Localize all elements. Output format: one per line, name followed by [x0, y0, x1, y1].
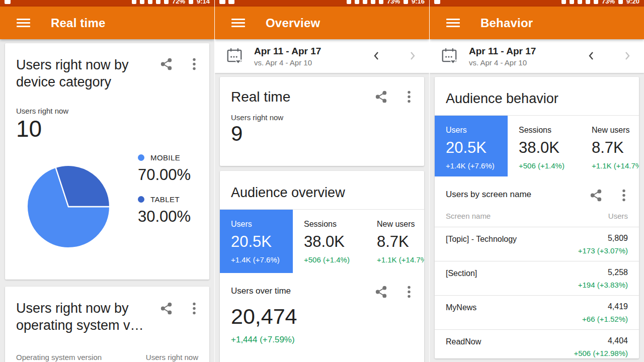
metric-label: Users right now [231, 113, 413, 122]
row-delta: +66 (+1.52%) [582, 315, 628, 323]
users-total: 20,474 [231, 304, 413, 329]
date-range-bar[interactable]: Apr 11 - Apr 17 vs. Apr 4 - Apr 10 [215, 39, 429, 73]
menu-icon[interactable] [17, 19, 30, 27]
scorecard-tabs: Users 20.5K +1.4K (+7.6%) Sessions 38.0K… [435, 115, 639, 176]
tab-sessions[interactable]: Sessions 38.0K +506 (+1.4%) [293, 210, 366, 273]
tab-delta: +506 (+1.4%) [304, 255, 366, 264]
tab-label: New users [377, 220, 424, 229]
vibrate-icon [347, 0, 351, 4]
panel-real-time: 72% 9:14 Real time Users [0, 0, 214, 362]
signal-icon [164, 0, 169, 4]
tab-delta: +1.1K (+14.7%) [592, 161, 639, 170]
tab-value: 8.7K [592, 139, 639, 157]
nfc-icon [355, 0, 359, 4]
panel-overview: 73% 9:16 Overview Apr 11 - Apr 17 vs. Ap… [215, 0, 429, 362]
column-header-screen-name: Screen name [446, 212, 491, 220]
metric-value: 10 [16, 115, 198, 142]
legend-value: 70.00% [138, 166, 191, 184]
share-icon[interactable] [374, 90, 388, 104]
card-title: Audience overview [220, 171, 424, 209]
notification-icons [434, 0, 440, 4]
alarm-icon [148, 0, 152, 4]
legend-value: 30.00% [138, 208, 191, 226]
share-icon[interactable] [374, 285, 388, 299]
notification-icons [219, 0, 234, 4]
date-range-comparison: vs. Apr 4 - Apr 10 [254, 58, 321, 67]
table-row[interactable]: ReadNow 4,404 +506 (+12.98%) [435, 330, 639, 358]
kebab-menu-icon[interactable] [622, 189, 626, 202]
menu-icon[interactable] [231, 19, 245, 27]
tab-value: 38.0K [304, 233, 366, 251]
tablet-legend-dot [138, 196, 144, 203]
card-title: Audience behavior [435, 77, 639, 115]
battery-icon [618, 0, 623, 4]
status-bar: 72% 9:14 [0, 0, 214, 7]
row-name: MyNews [446, 302, 476, 323]
table-row[interactable]: [Topic] - Technology 5,809 +173 (+3.07%) [435, 227, 639, 261]
date-range-primary: Apr 11 - Apr 17 [254, 46, 321, 57]
app-bar: Behavior [430, 7, 644, 39]
os-version-card: Users right now by operating system v… O… [5, 287, 209, 362]
wifi-icon [156, 0, 160, 4]
calendar-icon[interactable] [441, 47, 458, 65]
table-row[interactable]: [Section] 5,258 +194 (+3.83%) [435, 261, 639, 296]
date-range-bar[interactable]: Apr 11 - Apr 17 vs. Apr 4 - Apr 10 [430, 39, 644, 73]
status-time: 9:14 [197, 0, 210, 5]
row-name: [Topic] - Technology [446, 234, 517, 255]
battery-icon [189, 0, 193, 4]
menu-icon[interactable] [446, 19, 460, 27]
tab-value: 8.7K [377, 233, 424, 251]
row-name: ReadNow [446, 336, 481, 357]
calendar-icon[interactable] [226, 47, 243, 65]
column-header-users: Users [608, 212, 628, 220]
alarm-icon [363, 0, 367, 4]
scorecard-tabs: Users 20.5K +1.4K (+7.6%) Sessions 38.0K… [220, 209, 424, 273]
previous-period-chevron-icon[interactable] [369, 48, 385, 64]
status-bar: 73% 9:16 [215, 0, 429, 7]
legend-item-mobile: MOBILE 70.00% [138, 153, 191, 184]
battery-percent: 73% [387, 0, 400, 5]
location-icon [561, 0, 566, 4]
tab-new-users[interactable]: New users 8.7K +1.1K (+14.7%) [581, 116, 639, 176]
kebab-menu-icon[interactable] [192, 57, 196, 71]
next-period-chevron-icon[interactable] [404, 48, 420, 64]
wifi-icon [371, 0, 375, 4]
nfc-icon [140, 0, 144, 4]
kebab-menu-icon[interactable] [407, 285, 411, 299]
battery-icon [404, 0, 408, 4]
share-icon[interactable] [589, 189, 603, 202]
users-by-screen-name-section: Users by screen name [435, 176, 639, 200]
signal-icon [379, 0, 383, 4]
card-title: Users right now by operating system v… [16, 300, 155, 334]
tab-value: 20.5K [231, 233, 293, 251]
row-delta: +506 (+12.98%) [574, 349, 628, 357]
row-value: 5,258 [578, 268, 628, 277]
pie-chart [25, 163, 112, 250]
share-icon[interactable] [159, 302, 173, 315]
legend-item-tablet: TABLET 30.00% [138, 195, 191, 226]
users-delta: +1,444 (+7.59%) [231, 335, 413, 345]
page-title: Real time [51, 16, 106, 30]
row-delta: +173 (+3.07%) [578, 246, 628, 255]
tab-sessions[interactable]: Sessions 38.0K +506 (+1.4%) [508, 116, 581, 176]
row-name: [Section] [446, 268, 477, 289]
share-icon[interactable] [159, 57, 173, 71]
tab-new-users[interactable]: New users 8.7K +1.1K (+14.7%) [366, 210, 424, 273]
users-over-time-section: Users over time 20,474 +1,444 (+7.59%) C… [220, 273, 424, 362]
audience-overview-card: Audience overview Users 20.5K +1.4K (+7.… [220, 171, 424, 362]
vibrate-icon [570, 0, 574, 4]
tab-users[interactable]: Users 20.5K +1.4K (+7.6%) [220, 210, 293, 273]
audience-behavior-card: Audience behavior Users 20.5K +1.4K (+7.… [435, 77, 639, 358]
status-bar: 73% 9:20 [430, 0, 644, 7]
battery-percent: 72% [172, 0, 185, 5]
mobile-legend-dot [138, 154, 144, 161]
tab-label: Sessions [519, 126, 581, 135]
kebab-menu-icon[interactable] [407, 90, 411, 104]
status-time: 9:20 [626, 0, 639, 5]
tab-label: Users [231, 220, 293, 229]
previous-period-chevron-icon[interactable] [584, 48, 600, 64]
kebab-menu-icon[interactable] [192, 302, 196, 315]
next-period-chevron-icon[interactable] [619, 48, 635, 64]
table-row[interactable]: MyNews 4,419 +66 (+1.52%) [435, 296, 639, 330]
tab-users[interactable]: Users 20.5K +1.4K (+7.6%) [435, 116, 508, 176]
